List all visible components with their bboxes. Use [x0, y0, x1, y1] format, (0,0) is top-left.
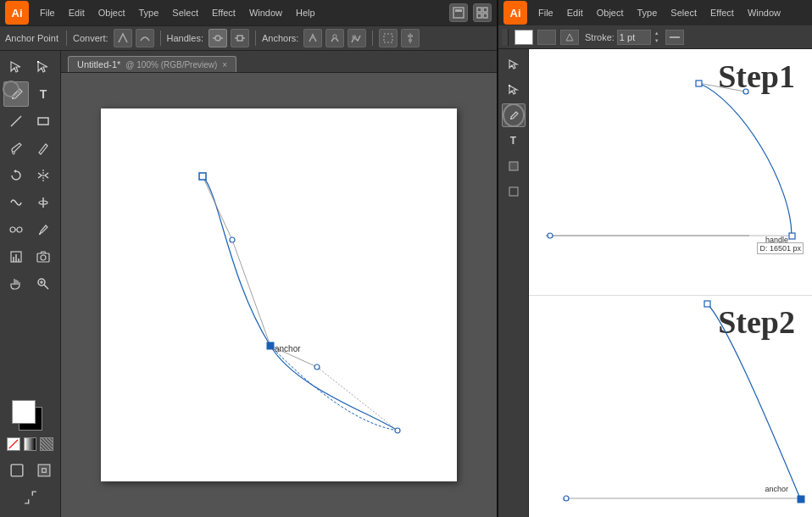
svg-point-13 [333, 35, 336, 38]
right-fill-color[interactable] [514, 30, 533, 45]
right-select-btn[interactable] [502, 53, 526, 76]
camera-tool-btn[interactable] [31, 244, 56, 270]
right-tool6[interactable] [502, 180, 526, 203]
svg-rect-68 [798, 496, 804, 503]
right-anchor-tool-btn[interactable] [502, 103, 526, 127]
anchors-btn-3[interactable] [348, 29, 366, 47]
blend-tool-btn[interactable] [3, 217, 29, 242]
select-tool-btn[interactable] [3, 54, 29, 80]
handles-btn-1[interactable] [209, 29, 227, 47]
svg-point-56 [510, 118, 512, 120]
right-menu-type[interactable]: Type [631, 6, 664, 19]
menu-help[interactable]: Help [290, 6, 321, 19]
svg-rect-57 [509, 162, 518, 170]
right-direct-select-btn[interactable] [502, 78, 526, 102]
eyedropper-tool-btn[interactable] [31, 217, 56, 242]
svg-rect-62 [696, 81, 702, 86]
right-canvas: Step1 [529, 49, 812, 517]
proxy-icon[interactable] [449, 3, 468, 22]
toolbar-sep-3 [255, 31, 256, 46]
color-swatches[interactable] [12, 400, 49, 434]
menu-edit[interactable]: Edit [63, 6, 91, 19]
right-menu-file[interactable]: File [532, 6, 559, 19]
pattern-icon[interactable] [40, 437, 53, 451]
step2-anchor-label: anchor [765, 483, 788, 493]
svg-rect-49 [267, 342, 274, 349]
right-toolbar: Stroke: ▲ ▼ [498, 25, 812, 49]
preview-btn[interactable] [4, 458, 30, 483]
rect-tool-btn[interactable] [31, 108, 56, 134]
right-type-btn[interactable]: T [502, 129, 526, 153]
svg-point-69 [564, 496, 569, 501]
step1-svg [529, 49, 812, 295]
toolbar-sep-4 [372, 31, 373, 46]
right-menu-edit[interactable]: Edit [561, 6, 589, 19]
hide-edges-btn[interactable] [379, 29, 398, 47]
tab-bar: Untitled-1* @ 100% (RGB/Preview) × [61, 51, 497, 73]
svg-marker-53 [566, 34, 573, 41]
tool-row-5 [3, 163, 57, 188]
menu-file[interactable]: File [34, 6, 61, 19]
line-tool-btn[interactable] [3, 108, 29, 134]
stroke-input[interactable] [617, 30, 651, 45]
anchor-point-label: Anchor Point [5, 33, 58, 43]
tool-row-2: T [3, 81, 57, 107]
right-stroke-mode-btn-1[interactable] [537, 30, 556, 45]
svg-rect-18 [409, 39, 412, 42]
pen-tool-btn[interactable] [3, 81, 29, 107]
handles-btn-2[interactable] [231, 29, 249, 47]
direct-select-tool-btn[interactable] [31, 54, 56, 80]
right-menu-window[interactable]: Window [742, 6, 787, 19]
none-icon[interactable] [7, 437, 20, 451]
small-color-icons [7, 437, 53, 451]
panel-collapse-btn[interactable] [502, 29, 509, 46]
paint-tool-btn[interactable] [3, 136, 29, 161]
reflect-tool-btn[interactable] [31, 163, 56, 188]
canvas-area[interactable]: anchor [61, 73, 497, 517]
svg-point-6 [215, 36, 220, 41]
stroke-spinners[interactable]: ▲ ▼ [654, 30, 659, 45]
menu-select[interactable]: Select [166, 6, 204, 19]
menu-object[interactable]: Object [92, 6, 131, 19]
tab-close-btn[interactable]: × [222, 60, 227, 69]
svg-rect-55 [509, 85, 510, 86]
warp-tool-btn[interactable] [3, 190, 29, 215]
screen-mode-btn[interactable] [31, 458, 57, 483]
stroke-label: Stroke: [585, 32, 615, 42]
graph-tool-btn[interactable] [3, 244, 29, 270]
left-tool-sidebar: T [0, 51, 61, 517]
svg-rect-5 [483, 14, 487, 18]
right-stroke-mode-btn-2[interactable] [560, 30, 579, 45]
svg-point-27 [17, 227, 22, 232]
rotate-tool-btn[interactable] [3, 163, 29, 188]
convert-btn-1[interactable] [114, 29, 132, 47]
fill-swatch[interactable] [12, 400, 36, 424]
stroke-options-btn[interactable] [665, 30, 684, 45]
document-tab[interactable]: Untitled-1* @ 100% (RGB/Preview) × [68, 56, 236, 72]
right-menu-object[interactable]: Object [591, 6, 630, 19]
right-menu-effect[interactable]: Effect [704, 6, 740, 19]
convert-btn-2[interactable] [136, 29, 154, 47]
center-panel: Untitled-1* @ 100% (RGB/Preview) × [61, 51, 497, 517]
gradient-icon[interactable] [24, 437, 37, 451]
right-menubar: Ai File Edit Object Type Select Effect W… [498, 0, 812, 25]
type-tool-btn[interactable]: T [31, 81, 56, 107]
menu-type[interactable]: Type [133, 6, 165, 19]
pencil-tool-btn[interactable] [31, 136, 56, 161]
convert-label: Convert: [73, 33, 108, 43]
right-menu-select[interactable]: Select [665, 6, 703, 19]
menu-window[interactable]: Window [243, 6, 288, 19]
tool-row-7 [3, 217, 57, 242]
hand-tool-btn[interactable] [3, 271, 29, 297]
menu-effect[interactable]: Effect [206, 6, 242, 19]
width-tool-btn[interactable] [31, 190, 56, 215]
right-tool5[interactable] [502, 154, 526, 178]
anchors-btn-2[interactable] [325, 29, 344, 47]
right-toolbox: T [498, 49, 529, 517]
expand-btn[interactable] [18, 485, 43, 510]
svg-point-35 [41, 255, 46, 260]
anchors-btn-1[interactable] [303, 29, 322, 47]
arrange-icon[interactable] [473, 3, 492, 22]
align-btn[interactable] [401, 29, 420, 47]
zoom-tool-btn[interactable] [31, 271, 56, 297]
